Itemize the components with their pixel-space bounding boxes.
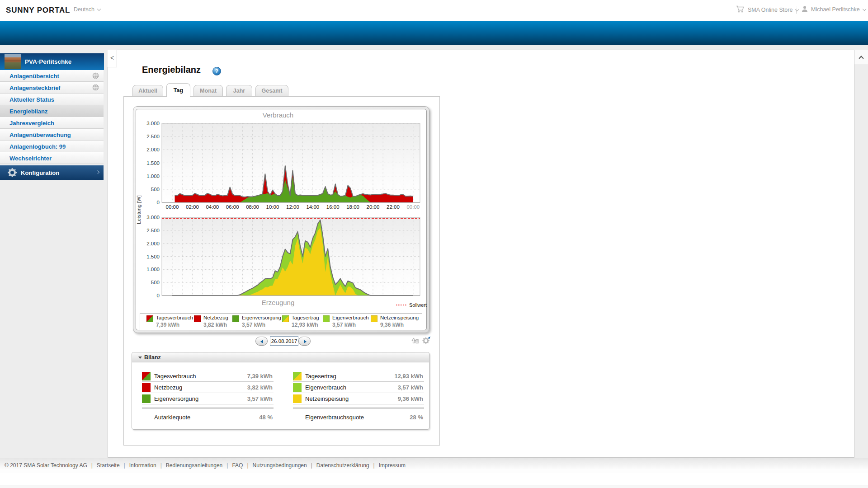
- footer-link-information[interactable]: Information: [129, 462, 156, 469]
- sidebar-item-aktueller-status[interactable]: Aktueller Status: [0, 94, 104, 105]
- sidebar-item-label: Anlagenlogbuch: 99: [9, 143, 66, 150]
- footer-strip: [0, 485, 868, 488]
- legend-value: 3,57 kWh: [332, 322, 356, 328]
- sidebar-item-anlagensteckbrief[interactable]: Anlagensteckbrief: [0, 82, 104, 94]
- sidebar-item-anlagen-berwachung[interactable]: Anlagenüberwachung: [0, 129, 104, 141]
- page-title: Energiebilanz: [142, 65, 201, 75]
- legend-value: 9,36 kWh: [380, 322, 404, 328]
- export-icon[interactable]: [410, 336, 420, 347]
- tab-jahr[interactable]: Jahr: [226, 85, 252, 97]
- svg-text:1.000: 1.000: [146, 174, 160, 179]
- chevron-down-icon: [97, 7, 101, 11]
- legend-swatch: [371, 315, 377, 322]
- tab-monat[interactable]: Monat: [193, 85, 223, 97]
- balance-swatch: [293, 394, 302, 403]
- balance-value: 48 %: [259, 414, 273, 421]
- svg-text:1.000: 1.000: [146, 267, 160, 272]
- sidebar-item-wechselrichter[interactable]: Wechselrichter: [0, 152, 104, 164]
- svg-text:16:00: 16:00: [326, 204, 340, 210]
- header-band: [0, 21, 868, 45]
- balance-value: 3,57 kWh: [398, 384, 423, 391]
- balance-header[interactable]: Bilanz: [132, 352, 429, 362]
- balance-separator: [142, 408, 274, 408]
- tab-aktuell[interactable]: Aktuell: [132, 85, 163, 97]
- chevron-up-icon: [859, 56, 863, 61]
- previous-day-button[interactable]: [255, 337, 268, 346]
- balance-row-tagesertrag: Tagesertrag12,93 kWh: [293, 371, 424, 382]
- chevron-right-icon: [96, 170, 99, 174]
- sidebar-item-jahresvergleich[interactable]: Jahresvergleich: [0, 117, 104, 129]
- footer-link-startseite[interactable]: Startseite: [97, 462, 120, 469]
- svg-text:2.000: 2.000: [146, 147, 160, 152]
- sidebar-collapse-button[interactable]: <: [108, 50, 117, 67]
- legend-value: 7,39 kWh: [156, 322, 179, 328]
- svg-text:14:00: 14:00: [306, 204, 319, 210]
- balance-value: 12,93 kWh: [394, 373, 423, 380]
- next-day-button[interactable]: [298, 337, 311, 346]
- balance-name: Tagesverbrauch: [154, 373, 196, 380]
- balance-panel: Bilanz Tagesverbrauch7,39 kWhNetzbezug3,…: [132, 352, 429, 430]
- balance-value: 28 %: [410, 414, 423, 421]
- footer-link-datenschutzerkl-rung[interactable]: Datenschutzerklärung: [316, 462, 369, 469]
- energy-charts: Verbrauch05001.0001.5002.0002.5003.00000…: [136, 109, 427, 313]
- chart-legend: Tagesverbrauch7,39 kWhNetzbezug3,82 kWhE…: [140, 313, 422, 330]
- legend-swatch: [323, 315, 330, 322]
- sidebar-item-label: Jahresvergleich: [9, 120, 54, 127]
- tab-gesamt[interactable]: Gesamt: [255, 85, 288, 97]
- balance-row-netzeinspeisung: Netzeinspeisung9,36 kWh: [293, 393, 424, 404]
- date-input[interactable]: [270, 336, 298, 346]
- language-label: Deutsch: [74, 6, 94, 13]
- balance-swatch: [142, 383, 151, 392]
- top-bar: SUNNY PORTAL Deutsch SMA Online Store Mi…: [0, 0, 868, 21]
- svg-text:2.500: 2.500: [146, 134, 160, 139]
- legend-name: Eigenverbrauch: [332, 315, 369, 320]
- svg-text:20:00: 20:00: [367, 204, 380, 210]
- plant-header[interactable]: PVA-Perlitschke: [0, 53, 104, 70]
- plant-thumbnail: [5, 54, 21, 69]
- sidebar-item-energiebilanz[interactable]: Energiebilanz: [0, 105, 104, 117]
- svg-text:2.500: 2.500: [146, 228, 160, 233]
- footer-separator: |: [311, 462, 312, 469]
- svg-text:3.000: 3.000: [146, 215, 160, 220]
- help-icon[interactable]: ?: [212, 67, 221, 75]
- settings-gear-icon[interactable]: [421, 335, 431, 347]
- balance-value: 3,57 kWh: [247, 395, 273, 402]
- balance-separator: [293, 408, 424, 408]
- sidebar-item-label: Aktueller Status: [9, 96, 54, 103]
- store-link[interactable]: SMA Online Store: [736, 5, 798, 13]
- sidebar-item-anlagen-bersicht[interactable]: Anlagenübersicht: [0, 70, 104, 82]
- balance-value: 3,82 kWh: [247, 384, 273, 391]
- language-selector[interactable]: Deutsch: [74, 6, 100, 13]
- balance-row-eigenverbrauch: Eigenverbrauch3,57 kWh: [293, 382, 424, 393]
- svg-text:04:00: 04:00: [206, 204, 219, 210]
- balance-row-autarkiequote: Autarkiequote48 %: [142, 412, 274, 423]
- gear-icon: [7, 168, 17, 178]
- sidebar-item-anlagenlogbuch-99[interactable]: Anlagenlogbuch: 99: [0, 141, 104, 152]
- footer-link-faq[interactable]: FAQ: [232, 462, 243, 469]
- balance-row-eigenversorgung: Eigenversorgung3,57 kWh: [142, 393, 274, 404]
- svg-text:Leistung [W]: Leistung [W]: [136, 195, 142, 224]
- balance-name: Tagesertrag: [305, 373, 336, 380]
- legend-name: Eigenversorgung: [242, 315, 281, 320]
- sidebar-item-konfiguration[interactable]: Konfiguration: [0, 165, 104, 180]
- svg-text:500: 500: [151, 187, 160, 192]
- tab-tag[interactable]: Tag: [166, 83, 190, 97]
- footer-link-impressum[interactable]: Impressum: [379, 462, 406, 469]
- user-menu[interactable]: Michael Perlitschke: [801, 5, 866, 13]
- svg-text:0: 0: [157, 200, 160, 205]
- user-icon: [801, 5, 808, 13]
- footer-separator: |: [373, 462, 375, 469]
- balance-value: 7,39 kWh: [247, 373, 273, 380]
- sidebar-item-label: Anlagenübersicht: [9, 73, 59, 80]
- balance-row-eigenverbrauchsquote: Eigenverbrauchsquote28 %: [293, 412, 424, 423]
- legend-value: 3,82 kWh: [203, 322, 227, 328]
- scroll-top-button[interactable]: [854, 50, 868, 65]
- chevron-down-icon: [862, 7, 866, 11]
- sidebar-item-label: Energiebilanz: [9, 108, 48, 115]
- footer-link-nutzungsbedingungen[interactable]: Nutzungsbedingungen: [253, 462, 307, 469]
- footer-link-bedienungsanleitungen[interactable]: Bedienungsanleitungen: [166, 462, 222, 469]
- tab-strip: AktuellTagMonatJahrGesamt: [132, 83, 292, 97]
- svg-text:00:00: 00:00: [166, 204, 179, 210]
- footer: © 2017 SMA Solar Technology AG|Startseit…: [0, 458, 868, 473]
- balance-name: Eigenverbrauchsquote: [305, 414, 364, 421]
